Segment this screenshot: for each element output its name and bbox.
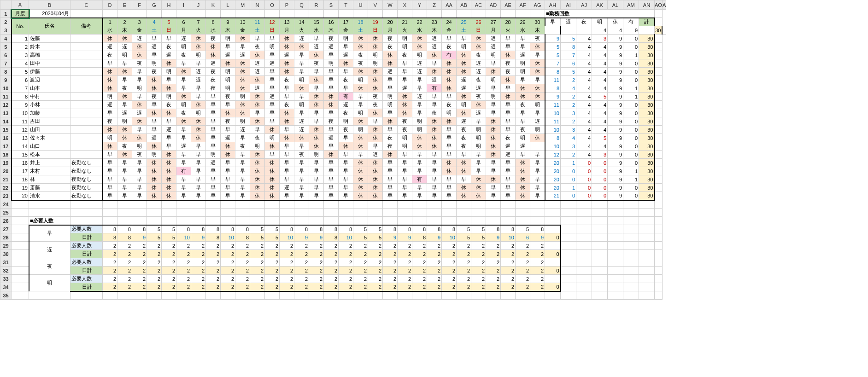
- cell[interactable]: [250, 291, 265, 300]
- shift-cell[interactable]: 休: [280, 134, 294, 142]
- need-req[interactable]: 2: [309, 242, 324, 250]
- shift-cell[interactable]: 早: [294, 184, 309, 192]
- shift-cell[interactable]: 遅: [324, 134, 339, 142]
- shift-cell[interactable]: 有: [339, 93, 353, 101]
- shift-cell[interactable]: 早: [103, 159, 117, 167]
- shift-cell[interactable]: 休: [412, 134, 427, 142]
- shift-cell[interactable]: 夜: [339, 126, 353, 134]
- shift-cell[interactable]: 夜: [250, 134, 265, 142]
- stat-cell[interactable]: 20: [545, 175, 561, 184]
- staff-no[interactable]: 19: [12, 184, 29, 192]
- cell[interactable]: [191, 291, 206, 300]
- cell[interactable]: [353, 217, 368, 225]
- weekday[interactable]: 月: [176, 26, 191, 35]
- need-req[interactable]: 2: [176, 275, 191, 283]
- cell[interactable]: [530, 291, 545, 300]
- need-act[interactable]: 2: [162, 250, 176, 258]
- shift-cell[interactable]: 休: [309, 142, 324, 151]
- need-req[interactable]: 2: [132, 242, 147, 250]
- cell[interactable]: [639, 242, 655, 250]
- cell[interactable]: [608, 209, 623, 217]
- shift-cell[interactable]: 早: [339, 151, 353, 159]
- stat-cell[interactable]: 9: [608, 175, 623, 184]
- cell[interactable]: [147, 200, 162, 209]
- need-req[interactable]: 2: [191, 258, 206, 267]
- shift-cell[interactable]: 明: [221, 84, 235, 93]
- shift-cell[interactable]: 早: [221, 192, 235, 200]
- stat-cell[interactable]: 8: [545, 134, 561, 142]
- staff-memo[interactable]: [70, 43, 103, 51]
- cell[interactable]: [294, 200, 309, 209]
- staff-no[interactable]: 4: [12, 59, 29, 68]
- shift-cell[interactable]: 早: [353, 101, 368, 109]
- cell[interactable]: [162, 10, 176, 18]
- staff-memo[interactable]: [70, 35, 103, 43]
- cell[interactable]: [608, 258, 623, 267]
- shift-cell[interactable]: 早: [176, 192, 191, 200]
- shift-cell[interactable]: 休: [309, 126, 324, 134]
- stat-cell[interactable]: 5: [592, 93, 608, 101]
- weekday[interactable]: 金: [132, 26, 147, 35]
- cell[interactable]: [132, 291, 147, 300]
- shift-cell[interactable]: 早: [191, 184, 206, 192]
- shift-cell[interactable]: 早: [206, 192, 221, 200]
- cell[interactable]: [353, 10, 368, 18]
- need-label[interactable]: 夜: [29, 258, 70, 275]
- shift-cell[interactable]: 休: [501, 93, 516, 101]
- need-label[interactable]: 明: [29, 275, 70, 291]
- weekday[interactable]: 金: [442, 26, 457, 35]
- shift-cell[interactable]: 早: [294, 68, 309, 76]
- day-num[interactable]: 3: [132, 18, 147, 26]
- need-act[interactable]: 2: [324, 267, 339, 275]
- staff-name[interactable]: 伊藤: [29, 68, 70, 76]
- shift-cell[interactable]: 早: [103, 184, 117, 192]
- stat-cell[interactable]: 9: [545, 35, 561, 43]
- weekday[interactable]: 月: [280, 26, 294, 35]
- cell[interactable]: [162, 209, 176, 217]
- weekday[interactable]: 火: [294, 26, 309, 35]
- shift-cell[interactable]: 休: [265, 159, 280, 167]
- shift-cell[interactable]: 遅: [294, 126, 309, 134]
- stat-cell[interactable]: 4: [592, 126, 608, 134]
- need-req[interactable]: 2: [412, 275, 427, 283]
- cell[interactable]: [235, 217, 250, 225]
- shift-cell[interactable]: 休: [221, 142, 235, 151]
- shift-cell[interactable]: 夜: [206, 35, 221, 43]
- need-req[interactable]: 8: [309, 225, 324, 233]
- shift-cell[interactable]: 休: [516, 175, 530, 184]
- stat-cell[interactable]: 0: [576, 159, 592, 167]
- shift-cell[interactable]: 休: [294, 134, 309, 142]
- shift-cell[interactable]: 休: [353, 142, 368, 151]
- shift-cell[interactable]: 早: [206, 134, 221, 142]
- cell[interactable]: [353, 291, 368, 300]
- staff-name[interactable]: 中村: [29, 93, 70, 101]
- need-req[interactable]: 2: [132, 275, 147, 283]
- shift-cell[interactable]: 休: [530, 93, 545, 101]
- stat-cell[interactable]: 9: [608, 101, 623, 109]
- need-req[interactable]: 2: [250, 242, 265, 250]
- stat-cell[interactable]: 8: [545, 68, 561, 76]
- need-act[interactable]: 2: [294, 267, 309, 275]
- shift-cell[interactable]: 休: [250, 159, 265, 167]
- shift-cell[interactable]: 早: [132, 76, 147, 84]
- shift-cell[interactable]: 早: [412, 159, 427, 167]
- shift-cell[interactable]: 休: [516, 184, 530, 192]
- shift-cell[interactable]: 早: [427, 151, 442, 159]
- shift-cell[interactable]: 早: [501, 192, 516, 200]
- stat-cell[interactable]: 9: [608, 35, 623, 43]
- shift-cell[interactable]: 休: [280, 43, 294, 51]
- shift-cell[interactable]: 休: [457, 192, 471, 200]
- shift-cell[interactable]: 休: [117, 93, 132, 101]
- stat-cell[interactable]: 5: [545, 51, 561, 59]
- need-act[interactable]: 2: [309, 250, 324, 258]
- cell[interactable]: [457, 217, 471, 225]
- shift-cell[interactable]: 休: [530, 59, 545, 68]
- shift-cell[interactable]: 休: [457, 184, 471, 192]
- shift-cell[interactable]: 遅: [176, 35, 191, 43]
- stat-cell[interactable]: 4: [592, 142, 608, 151]
- shift-cell[interactable]: 夜: [324, 35, 339, 43]
- cell[interactable]: [501, 217, 516, 225]
- shift-cell[interactable]: 早: [294, 175, 309, 184]
- shift-cell[interactable]: 早: [176, 84, 191, 93]
- cell[interactable]: [117, 200, 132, 209]
